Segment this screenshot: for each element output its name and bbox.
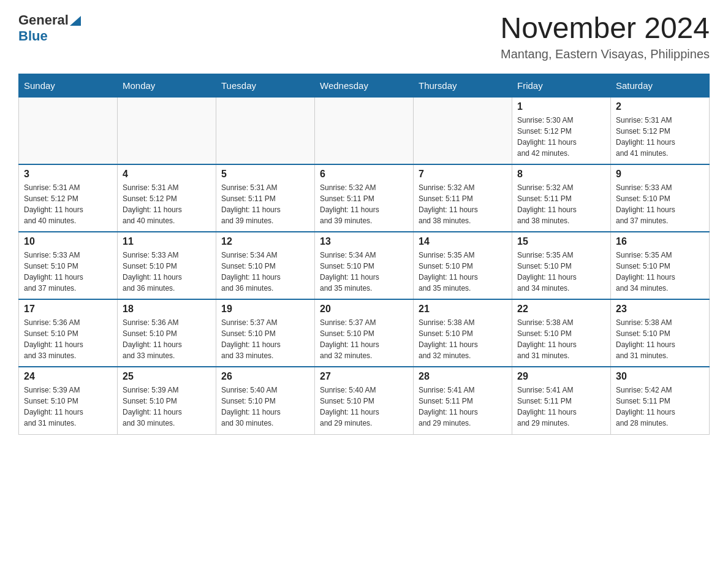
day-number: 14 <box>419 236 507 247</box>
calendar-week-row: 3Sunrise: 5:31 AM Sunset: 5:12 PM Daylig… <box>19 164 710 232</box>
day-info: Sunrise: 5:38 AM Sunset: 5:10 PM Dayligh… <box>616 317 704 361</box>
day-number: 16 <box>616 236 704 247</box>
calendar-day-cell: 29Sunrise: 5:41 AM Sunset: 5:11 PM Dayli… <box>512 367 611 434</box>
day-info: Sunrise: 5:35 AM Sunset: 5:10 PM Dayligh… <box>517 250 605 294</box>
day-info: Sunrise: 5:38 AM Sunset: 5:10 PM Dayligh… <box>419 317 507 361</box>
svg-marker-0 <box>70 16 81 26</box>
day-info: Sunrise: 5:42 AM Sunset: 5:11 PM Dayligh… <box>616 385 704 429</box>
day-number: 12 <box>221 236 309 247</box>
calendar-day-cell <box>414 97 512 164</box>
weekday-header-friday: Friday <box>512 74 611 97</box>
weekday-header-monday: Monday <box>118 74 216 97</box>
calendar-day-cell <box>19 97 118 164</box>
day-number: 15 <box>517 236 605 247</box>
calendar-day-cell: 13Sunrise: 5:34 AM Sunset: 5:10 PM Dayli… <box>315 232 414 299</box>
weekday-header-tuesday: Tuesday <box>216 74 315 97</box>
day-info: Sunrise: 5:36 AM Sunset: 5:10 PM Dayligh… <box>24 317 112 361</box>
day-number: 30 <box>616 371 704 382</box>
calendar-day-cell: 23Sunrise: 5:38 AM Sunset: 5:10 PM Dayli… <box>611 299 710 367</box>
calendar-day-cell: 24Sunrise: 5:39 AM Sunset: 5:10 PM Dayli… <box>19 367 118 434</box>
page-subtitle: Mantang, Eastern Visayas, Philippines <box>500 47 710 61</box>
calendar-day-cell <box>216 97 315 164</box>
calendar-day-cell: 8Sunrise: 5:32 AM Sunset: 5:11 PM Daylig… <box>512 164 611 232</box>
calendar-day-cell: 7Sunrise: 5:32 AM Sunset: 5:11 PM Daylig… <box>414 164 512 232</box>
day-info: Sunrise: 5:32 AM Sunset: 5:11 PM Dayligh… <box>320 182 408 226</box>
calendar-week-row: 1Sunrise: 5:30 AM Sunset: 5:12 PM Daylig… <box>19 97 710 164</box>
day-number: 29 <box>517 371 605 382</box>
calendar-day-cell: 26Sunrise: 5:40 AM Sunset: 5:10 PM Dayli… <box>216 367 315 434</box>
day-info: Sunrise: 5:35 AM Sunset: 5:10 PM Dayligh… <box>419 250 507 294</box>
day-info: Sunrise: 5:41 AM Sunset: 5:11 PM Dayligh… <box>517 385 605 429</box>
day-number: 9 <box>616 169 704 180</box>
day-number: 5 <box>221 169 309 180</box>
day-number: 8 <box>517 169 605 180</box>
day-info: Sunrise: 5:33 AM Sunset: 5:10 PM Dayligh… <box>616 182 704 226</box>
calendar-day-cell: 5Sunrise: 5:31 AM Sunset: 5:11 PM Daylig… <box>216 164 315 232</box>
weekday-header-wednesday: Wednesday <box>315 74 414 97</box>
day-number: 26 <box>221 371 309 382</box>
day-info: Sunrise: 5:39 AM Sunset: 5:10 PM Dayligh… <box>24 385 112 429</box>
calendar-day-cell: 9Sunrise: 5:33 AM Sunset: 5:10 PM Daylig… <box>611 164 710 232</box>
day-info: Sunrise: 5:33 AM Sunset: 5:10 PM Dayligh… <box>24 250 112 294</box>
calendar-day-cell <box>118 97 216 164</box>
day-number: 17 <box>24 304 112 315</box>
calendar-day-cell: 2Sunrise: 5:31 AM Sunset: 5:12 PM Daylig… <box>611 97 710 164</box>
day-info: Sunrise: 5:31 AM Sunset: 5:12 PM Dayligh… <box>24 182 112 226</box>
calendar-day-cell: 25Sunrise: 5:39 AM Sunset: 5:10 PM Dayli… <box>118 367 216 434</box>
calendar-day-cell: 14Sunrise: 5:35 AM Sunset: 5:10 PM Dayli… <box>414 232 512 299</box>
calendar-day-cell: 22Sunrise: 5:38 AM Sunset: 5:10 PM Dayli… <box>512 299 611 367</box>
day-info: Sunrise: 5:30 AM Sunset: 5:12 PM Dayligh… <box>517 115 605 159</box>
day-info: Sunrise: 5:36 AM Sunset: 5:10 PM Dayligh… <box>123 317 211 361</box>
calendar-day-cell: 15Sunrise: 5:35 AM Sunset: 5:10 PM Dayli… <box>512 232 611 299</box>
calendar-week-row: 10Sunrise: 5:33 AM Sunset: 5:10 PM Dayli… <box>19 232 710 299</box>
day-info: Sunrise: 5:35 AM Sunset: 5:10 PM Dayligh… <box>616 250 704 294</box>
day-info: Sunrise: 5:37 AM Sunset: 5:10 PM Dayligh… <box>221 317 309 361</box>
day-info: Sunrise: 5:40 AM Sunset: 5:10 PM Dayligh… <box>221 385 309 429</box>
day-info: Sunrise: 5:31 AM Sunset: 5:11 PM Dayligh… <box>221 182 309 226</box>
day-info: Sunrise: 5:37 AM Sunset: 5:10 PM Dayligh… <box>320 317 408 361</box>
calendar-header-row: SundayMondayTuesdayWednesdayThursdayFrid… <box>19 74 710 97</box>
title-section: November 2024 Mantang, Eastern Visayas, … <box>500 12 710 61</box>
day-number: 6 <box>320 169 408 180</box>
day-number: 7 <box>419 169 507 180</box>
calendar-day-cell: 11Sunrise: 5:33 AM Sunset: 5:10 PM Dayli… <box>118 232 216 299</box>
calendar-day-cell: 21Sunrise: 5:38 AM Sunset: 5:10 PM Dayli… <box>414 299 512 367</box>
day-info: Sunrise: 5:34 AM Sunset: 5:10 PM Dayligh… <box>320 250 408 294</box>
day-info: Sunrise: 5:32 AM Sunset: 5:11 PM Dayligh… <box>419 182 507 226</box>
calendar-day-cell: 4Sunrise: 5:31 AM Sunset: 5:12 PM Daylig… <box>118 164 216 232</box>
calendar-day-cell: 30Sunrise: 5:42 AM Sunset: 5:11 PM Dayli… <box>611 367 710 434</box>
day-number: 27 <box>320 371 408 382</box>
day-info: Sunrise: 5:31 AM Sunset: 5:12 PM Dayligh… <box>616 115 704 159</box>
calendar-day-cell: 6Sunrise: 5:32 AM Sunset: 5:11 PM Daylig… <box>315 164 414 232</box>
day-number: 24 <box>24 371 112 382</box>
day-info: Sunrise: 5:41 AM Sunset: 5:11 PM Dayligh… <box>419 385 507 429</box>
day-number: 2 <box>616 101 704 112</box>
weekday-header-saturday: Saturday <box>611 74 710 97</box>
day-number: 19 <box>221 304 309 315</box>
day-info: Sunrise: 5:33 AM Sunset: 5:10 PM Dayligh… <box>123 250 211 294</box>
calendar-day-cell: 20Sunrise: 5:37 AM Sunset: 5:10 PM Dayli… <box>315 299 414 367</box>
calendar-day-cell: 17Sunrise: 5:36 AM Sunset: 5:10 PM Dayli… <box>19 299 118 367</box>
day-info: Sunrise: 5:32 AM Sunset: 5:11 PM Dayligh… <box>517 182 605 226</box>
weekday-header-sunday: Sunday <box>19 74 118 97</box>
calendar-day-cell: 27Sunrise: 5:40 AM Sunset: 5:10 PM Dayli… <box>315 367 414 434</box>
calendar-day-cell: 18Sunrise: 5:36 AM Sunset: 5:10 PM Dayli… <box>118 299 216 367</box>
calendar-day-cell <box>315 97 414 164</box>
day-number: 22 <box>517 304 605 315</box>
logo: General Blue <box>18 12 82 44</box>
day-info: Sunrise: 5:39 AM Sunset: 5:10 PM Dayligh… <box>123 385 211 429</box>
logo-general: General <box>18 12 69 28</box>
calendar-day-cell: 3Sunrise: 5:31 AM Sunset: 5:12 PM Daylig… <box>19 164 118 232</box>
calendar-day-cell: 19Sunrise: 5:37 AM Sunset: 5:10 PM Dayli… <box>216 299 315 367</box>
calendar-day-cell: 16Sunrise: 5:35 AM Sunset: 5:10 PM Dayli… <box>611 232 710 299</box>
day-number: 4 <box>123 169 211 180</box>
day-number: 25 <box>123 371 211 382</box>
day-number: 13 <box>320 236 408 247</box>
page-title: November 2024 <box>500 12 710 45</box>
day-number: 3 <box>24 169 112 180</box>
calendar-week-row: 17Sunrise: 5:36 AM Sunset: 5:10 PM Dayli… <box>19 299 710 367</box>
calendar-day-cell: 12Sunrise: 5:34 AM Sunset: 5:10 PM Dayli… <box>216 232 315 299</box>
day-number: 18 <box>123 304 211 315</box>
day-number: 1 <box>517 101 605 112</box>
day-number: 11 <box>123 236 211 247</box>
